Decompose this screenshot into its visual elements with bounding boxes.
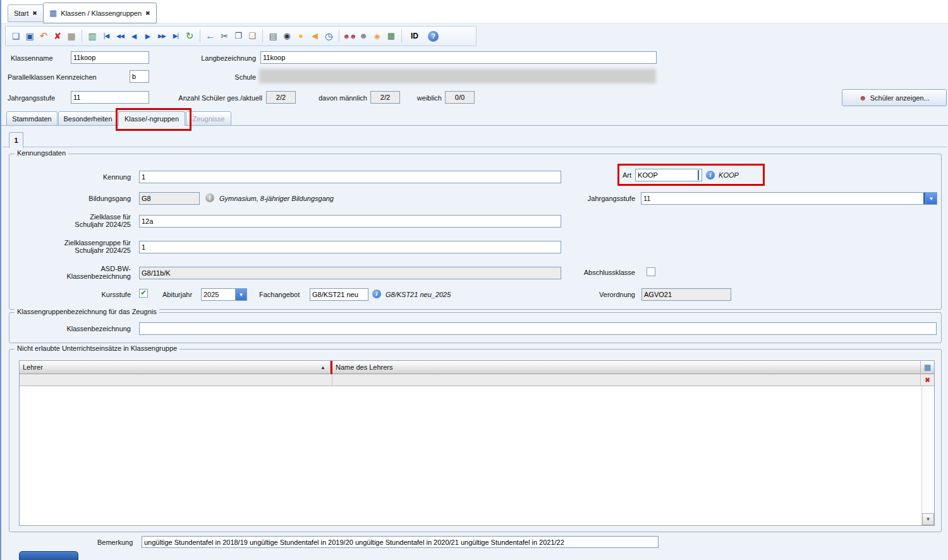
parallelklassen-input[interactable] xyxy=(130,70,149,83)
filter-cell-name[interactable] xyxy=(332,374,921,386)
weiblich-input xyxy=(445,91,475,104)
verordnung-label: Verordnung xyxy=(516,291,635,298)
nav-last-icon[interactable]: ▶| xyxy=(169,29,183,43)
preview-eye-icon[interactable]: ◉ xyxy=(280,29,294,43)
jahrgangsstufe-header-input[interactable] xyxy=(71,91,149,104)
print-icon[interactable]: ▤ xyxy=(266,29,280,43)
nav-next-page-icon[interactable]: ▶▶ xyxy=(155,29,169,43)
fachangebot-hint: G8/KST21 neu_2025 xyxy=(386,291,451,298)
tab-stammdaten[interactable]: Stammdaten xyxy=(6,111,58,126)
abschlussklasse-checkbox[interactable] xyxy=(647,267,655,276)
window-tab-klassen-label: Klassen / Klassengruppen xyxy=(61,9,142,17)
art-input[interactable] xyxy=(635,169,702,181)
refresh-icon[interactable]: ↻ xyxy=(183,29,197,43)
delete-icon[interactable]: ✘ xyxy=(51,29,64,43)
fachangebot-input[interactable] xyxy=(310,288,368,301)
window-tab-klassen[interactable]: ▦ Klassen / Klassengruppen ✖ xyxy=(43,3,157,23)
nav-prev-page-icon[interactable]: ◀◀ xyxy=(113,29,127,43)
app-window: Start ✖ ▦ Klassen / Klassengruppen ✖ ❏▣↶… xyxy=(0,0,948,560)
klassenbezeichnung-input[interactable] xyxy=(139,322,937,335)
students-group-icon[interactable]: ☻☻ xyxy=(343,29,356,43)
help-icon[interactable]: ? xyxy=(428,31,439,42)
abiturjahr-label: Abiturjahr xyxy=(162,291,192,298)
asdbw-label-line2: Klassenbezeichnung xyxy=(9,272,131,280)
new-record-icon[interactable]: ❏ xyxy=(9,29,23,43)
schueler-anzeigen-button[interactable]: ☻ Schüler anzeigen... xyxy=(842,89,947,106)
tab-stammdaten-label: Stammdaten xyxy=(12,115,51,123)
delete-record-icon[interactable]: ▦ xyxy=(64,29,78,43)
zielklassengruppe-input[interactable] xyxy=(139,241,561,253)
nav-first-icon[interactable]: |◀ xyxy=(99,29,113,43)
hint-bulb-icon[interactable]: ● xyxy=(294,29,308,43)
column-header-name[interactable]: Name des Lehrers xyxy=(332,361,921,374)
klassenbezeichnung-label: Klassenbezeichnung xyxy=(9,325,131,332)
kursstufe-checkbox[interactable]: ✔ xyxy=(139,289,148,298)
art-label: Art xyxy=(623,171,631,179)
filter-cell-lehrer[interactable] xyxy=(20,374,332,386)
save-icon[interactable]: ▣ xyxy=(23,29,37,43)
zielklasse-label-line2: Schuljahr 2024/25 xyxy=(9,221,131,228)
art-info-icon[interactable]: i xyxy=(706,171,715,180)
reminder-clock-icon[interactable]: ◷ xyxy=(322,29,336,43)
table-body[interactable]: ▼ xyxy=(20,386,934,525)
zeugnis-legend: Klassengruppenbezeichnung für das Zeugni… xyxy=(15,308,159,315)
nav-next-icon[interactable]: ▶ xyxy=(141,29,155,43)
copy-icon[interactable]: ❐ xyxy=(231,29,245,43)
zielklasse-input[interactable] xyxy=(139,215,561,228)
group-subtab-1[interactable]: 1 xyxy=(9,132,23,148)
person-info-icon[interactable]: ◉ xyxy=(370,29,384,43)
undo-icon[interactable]: ↶ xyxy=(37,29,51,43)
kennung-input[interactable] xyxy=(139,171,561,183)
paste-icon[interactable]: ❑ xyxy=(245,29,259,43)
tab-zeugnisse: Zeugnisse xyxy=(186,111,231,126)
back-arrow-icon[interactable]: ← xyxy=(204,29,217,43)
kursstufe-label: Kursstufe xyxy=(9,291,131,298)
tab-klasse-ngruppen[interactable]: Klasse/-ngruppen xyxy=(118,111,185,126)
bildungsgang-input xyxy=(139,192,200,205)
column-options-button[interactable]: ▦ xyxy=(921,361,934,374)
window-tabstrip: Start ✖ ▦ Klassen / Klassengruppen ✖ xyxy=(1,0,948,23)
scroll-down-icon: ▼ xyxy=(926,516,931,522)
jahrgangsstufe-header-label: Jahrgangsstufe xyxy=(8,94,55,102)
asdbw-label-line1: ASD-BW- xyxy=(9,265,131,272)
clear-filter-icon: ✖ xyxy=(925,376,930,384)
jahrgangsstufe-label: Jahrgangsstufe xyxy=(516,195,635,202)
langbezeichnung-input[interactable] xyxy=(260,51,657,64)
toolbar-separator xyxy=(339,30,339,42)
tab-besonderheiten-label: Besonderheiten xyxy=(63,115,112,123)
chevron-down-icon[interactable]: ▼ xyxy=(925,193,937,204)
abiturjahr-select[interactable]: 2025 ▼ xyxy=(201,288,247,301)
toolbar-separator xyxy=(262,30,263,42)
id-button[interactable]: ID xyxy=(405,29,424,43)
clear-filter-button[interactable]: ✖ xyxy=(921,374,934,386)
klassen-tab-icon: ▦ xyxy=(49,8,57,18)
scroll-down-button[interactable]: ▼ xyxy=(922,513,934,525)
close-icon[interactable]: ✖ xyxy=(145,10,150,16)
kennungsdaten-group: Kennungsdaten Kennung Art i KOOP Bildung… xyxy=(9,154,942,310)
column-header-lehrer[interactable]: Lehrer ▲ xyxy=(20,361,331,374)
fachangebot-label: Fachangebot xyxy=(259,291,300,298)
bildungsgang-info-icon[interactable]: i xyxy=(205,193,214,202)
table-header-row: Lehrer ▲ Name des Lehrers ▦ xyxy=(20,361,934,374)
bemerkung-input xyxy=(142,536,659,548)
cut-icon[interactable]: ✂ xyxy=(217,29,231,43)
announce-horn-icon[interactable]: ◀ xyxy=(308,29,322,43)
fachangebot-info-icon[interactable]: i xyxy=(372,289,381,298)
jahrgangsstufe-select[interactable]: 11 ▼ xyxy=(641,192,937,205)
filter-row: ✖ xyxy=(20,374,934,386)
bottom-left-partial-button[interactable] xyxy=(19,551,78,560)
vertical-scrollbar[interactable]: ▼ xyxy=(921,386,934,525)
text-caret xyxy=(698,170,699,180)
record-list-icon[interactable]: ▥ xyxy=(85,29,99,43)
toolbar-separator xyxy=(401,30,402,42)
column-name-label: Name des Lehrers xyxy=(336,363,393,371)
nav-prev-icon[interactable]: ◀ xyxy=(127,29,141,43)
assignment-icon[interactable]: ▦ xyxy=(384,29,398,43)
chevron-down-icon[interactable]: ▼ xyxy=(235,289,246,300)
check-icon: ✔ xyxy=(140,288,147,297)
student-icon[interactable]: ☻ xyxy=(356,29,370,43)
close-icon[interactable]: ✖ xyxy=(32,10,37,16)
klassenname-input[interactable] xyxy=(71,51,149,64)
tab-besonderheiten[interactable]: Besonderheiten xyxy=(58,111,118,126)
window-tab-start[interactable]: Start ✖ xyxy=(8,4,44,22)
